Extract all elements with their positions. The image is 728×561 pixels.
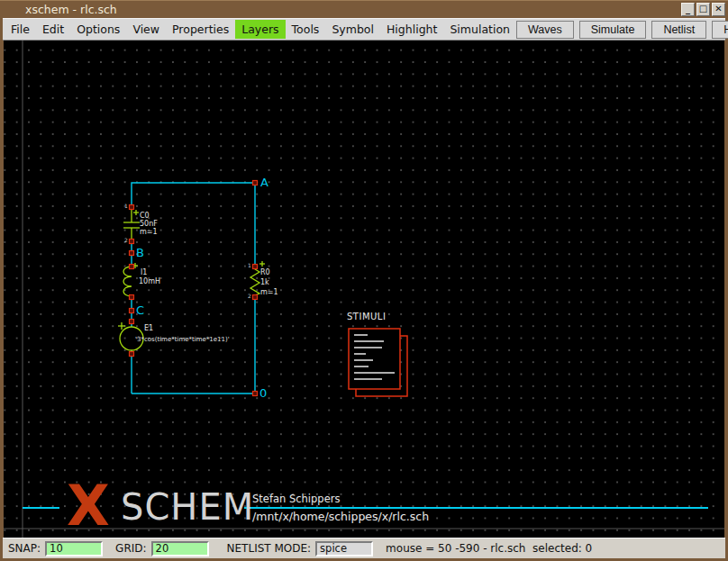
simulate-button[interactable]: Simulate — [579, 21, 647, 39]
menu-symbol[interactable]: Symbol — [325, 20, 380, 39]
stimuli-icon[interactable] — [349, 329, 407, 396]
grid-label: GRID: — [115, 542, 146, 555]
close-icon[interactable]: ✕ — [712, 3, 725, 16]
node-label-c[interactable]: C — [136, 303, 144, 317]
maximize-icon[interactable]: □ — [696, 3, 710, 16]
node-label-a[interactable]: A — [260, 176, 268, 189]
capacitor-pin1-number: 1 — [124, 203, 128, 209]
schematic-canvas[interactable]: A B C 0 C0 50nF m=1 l1 10mH E1 '3*cos(ti… — [4, 41, 724, 538]
capacitor-value[interactable]: 50nF — [140, 220, 158, 228]
menu-view[interactable]: View — [126, 20, 166, 39]
node-label-b[interactable]: B — [136, 246, 144, 259]
waves-button[interactable]: Waves — [516, 21, 574, 39]
capacitor-pin2-number: 2 — [124, 237, 128, 243]
stimuli-label[interactable]: STIMULI — [347, 312, 386, 321]
titlebar[interactable]: xschem - rlc.sch _ □ ✕ — [0, 0, 728, 18]
menu-properties[interactable]: Properties — [166, 20, 235, 39]
minimize-icon[interactable]: _ — [681, 3, 695, 16]
resistor-pin2-number: 2 — [248, 293, 251, 299]
resistor-pin1-number: 1 — [248, 262, 251, 268]
snap-label: SNAP: — [8, 542, 41, 555]
menu-tools[interactable]: Tools — [286, 20, 326, 39]
resistor-value[interactable]: 1k — [260, 278, 269, 286]
menu-edit[interactable]: Edit — [36, 20, 70, 39]
menubar-buttons: Waves Simulate Netlist Help — [516, 21, 728, 39]
window-controls: _ □ ✕ — [681, 3, 725, 16]
menu-file[interactable]: File — [5, 20, 36, 39]
menubar: File Edit Options View Properties Layers… — [3, 18, 725, 41]
node-label-gnd[interactable]: 0 — [259, 386, 267, 400]
resistor-ref[interactable]: R0 — [260, 268, 270, 276]
inductor-ref[interactable]: l1 — [141, 268, 147, 276]
menu-layers[interactable]: Layers — [235, 20, 285, 39]
netlist-mode-input[interactable] — [315, 541, 373, 556]
resistor-mult[interactable]: m=1 — [260, 288, 278, 296]
inductor-value[interactable]: 10mH — [139, 277, 160, 285]
source-value[interactable]: '3*cos(time*time*time*1e11)' — [135, 336, 230, 343]
menu-options[interactable]: Options — [70, 20, 126, 39]
menu-simulation[interactable]: Simulation — [443, 20, 516, 39]
schematic-file-path: /mnt/x/home/schippes/x/rlc.sch — [252, 510, 429, 523]
schematic-author: Stefan Schippers — [252, 493, 340, 505]
source-ref[interactable]: E1 — [144, 324, 153, 332]
netlist-button[interactable]: Netlist — [651, 21, 706, 39]
xschem-logo-text: SCHEM — [121, 489, 254, 525]
origin-axes — [4, 41, 724, 538]
window-title: xschem - rlc.sch — [25, 3, 117, 16]
snap-input[interactable] — [45, 541, 103, 556]
help-button[interactable]: Help — [712, 21, 728, 39]
xschem-logo-x: X — [67, 478, 110, 534]
capacitor-mult[interactable]: m=1 — [140, 228, 158, 236]
xschem-window: xschem - rlc.sch _ □ ✕ File Edit Options… — [0, 0, 728, 561]
grid-input[interactable] — [151, 541, 209, 556]
statusbar: SNAP: GRID: NETLIST MODE: mouse = 50 -59… — [3, 538, 725, 558]
mouse-status-text: mouse = 50 -590 - rlc.sch selected: 0 — [386, 542, 592, 555]
schematic-drawing — [4, 41, 724, 538]
capacitor-ref[interactable]: C0 — [140, 212, 150, 220]
circuit-wires[interactable] — [132, 183, 255, 394]
netlist-mode-label: NETLIST MODE: — [227, 542, 312, 555]
menu-highlight[interactable]: Highlight — [380, 20, 443, 39]
